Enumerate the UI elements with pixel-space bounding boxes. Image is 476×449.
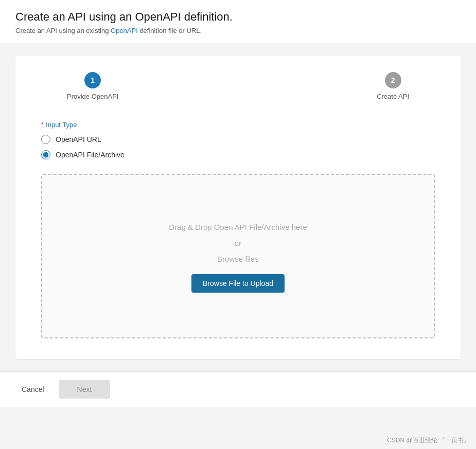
watermark: CSDN @百世经纶 『一页书』 bbox=[387, 436, 470, 445]
page-header: Create an API using an OpenAPI definitio… bbox=[0, 0, 476, 43]
main-content: 1 Provide OpenAPI 2 Create API *Input Ty… bbox=[0, 43, 476, 371]
radio-file-input[interactable] bbox=[41, 150, 50, 159]
stepper: 1 Provide OpenAPI 2 Create API bbox=[36, 72, 440, 100]
cancel-button[interactable]: Cancel bbox=[15, 381, 50, 398]
or-text: or bbox=[235, 236, 241, 250]
drop-zone[interactable]: Drag & Drop Open API File/Archive here o… bbox=[41, 174, 435, 338]
openapi-link[interactable]: OpenAPI bbox=[111, 27, 138, 34]
radio-url-label: OpenAPI URL bbox=[56, 135, 101, 143]
step-1: 1 Provide OpenAPI bbox=[67, 72, 118, 100]
browse-files-text: Browse files bbox=[217, 252, 259, 266]
step-1-label: Provide OpenAPI bbox=[67, 93, 118, 100]
radio-file-option[interactable]: OpenAPI File/Archive bbox=[41, 150, 435, 159]
subtitle-text: Create an API using an existing bbox=[15, 27, 111, 34]
footer: Cancel Next bbox=[0, 371, 476, 407]
radio-url-option[interactable]: OpenAPI URL bbox=[41, 135, 435, 144]
step-2: 2 Create API bbox=[377, 72, 409, 100]
step-2-circle: 2 bbox=[385, 72, 401, 88]
page-title: Create an API using an OpenAPI definitio… bbox=[15, 10, 461, 24]
radio-group: OpenAPI URL OpenAPI File/Archive bbox=[41, 135, 435, 159]
step-1-circle: 1 bbox=[84, 72, 101, 88]
required-star: * bbox=[41, 121, 44, 129]
next-button[interactable]: Next bbox=[59, 380, 111, 399]
browse-file-button[interactable]: Browse File to Upload bbox=[191, 274, 285, 293]
radio-url-input[interactable] bbox=[41, 135, 50, 144]
form-section: *Input Type OpenAPI URL OpenAPI File/Arc… bbox=[36, 121, 440, 338]
wizard-card: 1 Provide OpenAPI 2 Create API *Input Ty… bbox=[15, 56, 461, 359]
step-connector bbox=[120, 80, 375, 80]
page-subtitle: Create an API using an existing OpenAPI … bbox=[15, 27, 461, 34]
radio-file-label: OpenAPI File/Archive bbox=[56, 151, 125, 159]
step-2-label: Create API bbox=[377, 93, 409, 100]
drag-text: Drag & Drop Open API File/Archive here bbox=[169, 220, 307, 234]
input-type-label: *Input Type bbox=[41, 121, 435, 129]
subtitle-end: definition file or URL. bbox=[138, 27, 202, 34]
